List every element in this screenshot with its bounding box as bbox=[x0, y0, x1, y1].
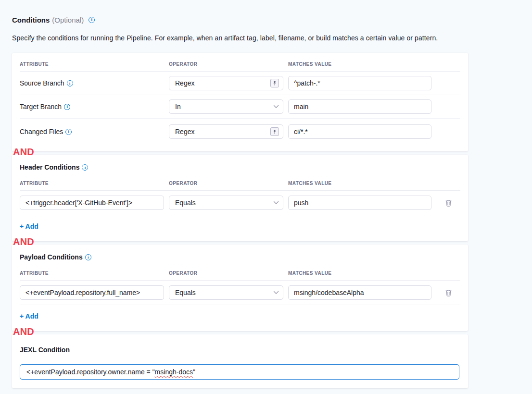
changed-files-info-icon[interactable] bbox=[65, 129, 72, 135]
page-description: Specify the conditions for running the P… bbox=[12, 34, 468, 42]
conditions-info-icon[interactable] bbox=[89, 17, 95, 23]
payload-condition-operator-select[interactable]: Equals bbox=[169, 285, 283, 300]
header-condition-operator-select[interactable]: Equals bbox=[169, 196, 283, 210]
column-header-matches-value: MATCHES VALUE bbox=[288, 271, 431, 276]
column-header-attribute: ATTRIBUTE bbox=[20, 271, 164, 276]
and-separator: AND bbox=[12, 236, 468, 247]
chevron-down-icon bbox=[273, 291, 279, 295]
trash-icon bbox=[445, 289, 452, 297]
and-separator: AND bbox=[12, 326, 468, 337]
header-conditions-columns: ATTRIBUTE OPERATOR MATCHES VALUE bbox=[20, 171, 460, 191]
column-header-operator: OPERATOR bbox=[169, 271, 283, 276]
jexl-value-misspelled: msingh-docs bbox=[155, 368, 193, 376]
changed-files-label: Changed Files bbox=[20, 128, 164, 135]
source-branch-label: Source Branch bbox=[20, 79, 164, 87]
selected-operator: Regex bbox=[175, 128, 194, 135]
target-branch-value-input[interactable] bbox=[288, 99, 431, 114]
payload-conditions-title: Payload Conditions bbox=[20, 253, 460, 261]
jexl-condition-title: JEXL Condition bbox=[20, 346, 460, 354]
add-payload-condition-button[interactable]: + Add bbox=[20, 312, 38, 320]
target-branch-operator-select[interactable]: In bbox=[169, 99, 283, 114]
and-label: AND bbox=[12, 147, 468, 157]
source-branch-value-input[interactable] bbox=[288, 76, 431, 90]
branch-conditions-header-row: ATTRIBUTE OPERATOR MATCHES VALUE bbox=[20, 53, 460, 72]
jexl-condition-input[interactable]: <+eventPayload.repository.owner.name = "… bbox=[20, 364, 459, 380]
table-row: Equals bbox=[20, 281, 460, 305]
column-header-matches-value: MATCHES VALUE bbox=[288, 181, 431, 186]
jexl-condition-card: JEXL Condition <+eventPayload.repository… bbox=[12, 334, 468, 388]
table-row: Target Branch In bbox=[20, 95, 460, 119]
header-conditions-title: Header Conditions bbox=[20, 163, 460, 171]
column-header-operator: OPERATOR bbox=[169, 181, 283, 186]
fixed-value-pin-icon[interactable] bbox=[270, 79, 279, 87]
branch-conditions-card: ATTRIBUTE OPERATOR MATCHES VALUE Source … bbox=[12, 53, 468, 151]
column-header-matches-value: MATCHES VALUE bbox=[288, 62, 431, 67]
chevron-down-icon bbox=[273, 105, 279, 109]
payload-conditions-info-icon[interactable] bbox=[85, 254, 91, 260]
target-branch-info-icon[interactable] bbox=[64, 104, 70, 110]
header-conditions-info-icon[interactable] bbox=[82, 164, 88, 171]
selected-operator: Equals bbox=[175, 199, 196, 207]
table-row: Equals bbox=[20, 191, 460, 215]
and-separator: AND bbox=[12, 147, 468, 157]
selected-operator: Equals bbox=[175, 289, 196, 296]
conditions-page: Conditions (Optional) Specify the condit… bbox=[0, 0, 480, 388]
column-header-attribute: ATTRIBUTE bbox=[20, 62, 164, 67]
page-header: Conditions (Optional) bbox=[12, 16, 468, 24]
add-header-condition-button[interactable]: + Add bbox=[20, 222, 38, 230]
optional-label: (Optional) bbox=[52, 16, 84, 24]
text-cursor bbox=[196, 368, 197, 376]
source-branch-operator-select[interactable]: Regex bbox=[169, 76, 283, 90]
target-branch-label: Target Branch bbox=[20, 103, 164, 111]
payload-conditions-columns: ATTRIBUTE OPERATOR MATCHES VALUE bbox=[20, 261, 460, 281]
source-branch-info-icon[interactable] bbox=[67, 80, 73, 86]
and-label: AND bbox=[12, 326, 468, 337]
column-header-operator: OPERATOR bbox=[169, 62, 283, 67]
header-conditions-card: Header Conditions ATTRIBUTE OPERATOR MAT… bbox=[12, 155, 468, 241]
jexl-value-suffix: " bbox=[193, 368, 195, 376]
payload-condition-attribute-input[interactable] bbox=[20, 285, 164, 300]
delete-row-button[interactable] bbox=[442, 197, 455, 209]
selected-operator: Regex bbox=[175, 79, 194, 87]
fixed-value-pin-icon[interactable] bbox=[270, 127, 279, 136]
header-condition-attribute-input[interactable] bbox=[20, 196, 164, 210]
changed-files-operator-select[interactable]: Regex bbox=[169, 124, 283, 139]
table-row: Source Branch Regex bbox=[20, 72, 460, 95]
selected-operator: In bbox=[175, 103, 181, 111]
jexl-value-prefix: <+eventPayload.repository.owner.name = " bbox=[26, 368, 155, 376]
payload-condition-value-input[interactable] bbox=[288, 285, 431, 300]
page-title: Conditions bbox=[12, 16, 50, 24]
changed-files-value-input[interactable] bbox=[288, 124, 431, 139]
and-label: AND bbox=[12, 236, 468, 247]
header-condition-value-input[interactable] bbox=[288, 196, 431, 210]
delete-row-button[interactable] bbox=[442, 286, 455, 299]
chevron-down-icon bbox=[273, 201, 279, 205]
column-header-attribute: ATTRIBUTE bbox=[20, 181, 164, 186]
trash-icon bbox=[445, 199, 452, 207]
payload-conditions-card: Payload Conditions ATTRIBUTE OPERATOR MA… bbox=[12, 245, 468, 331]
